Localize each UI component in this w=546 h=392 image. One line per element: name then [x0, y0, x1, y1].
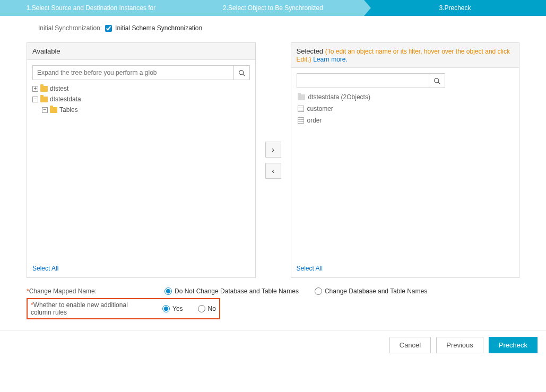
folder-icon	[50, 107, 57, 113]
table-icon	[298, 117, 304, 124]
selected-title: Selected	[297, 47, 324, 55]
selected-table-row[interactable]: order	[297, 115, 514, 126]
wizard-step-2[interactable]: 2.Select Object to Be Synchronized	[182, 0, 364, 16]
wizard-steps: 1.Select Source and Destination Instance…	[0, 0, 546, 16]
collapse-icon[interactable]: −	[32, 97, 38, 102]
selected-search	[297, 73, 445, 88]
rules-yes-text: Yes	[172, 305, 183, 312]
move-left-button[interactable]: ‹	[265, 163, 281, 179]
tree-node-label: dtstest	[50, 85, 68, 92]
additional-rules-label: Whether to enable new additional column …	[31, 301, 128, 316]
mapped-opt2-label[interactable]: Change Database and Table Names	[315, 288, 427, 295]
precheck-button[interactable]: Precheck	[489, 337, 538, 353]
mapped-opt1-label[interactable]: Do Not Change Database and Table Names	[164, 288, 299, 295]
selected-select-all-link[interactable]: Select All	[297, 265, 323, 272]
selected-panel-header: Selected (To edit an object name or its …	[291, 43, 519, 68]
selected-db-label: dtstestdata (2Objects)	[308, 93, 370, 101]
selected-search-input[interactable]	[297, 74, 429, 88]
selected-table-label: customer	[307, 105, 333, 112]
rules-no-text: No	[208, 305, 216, 312]
available-title: Available	[32, 47, 60, 55]
mapped-opt2-radio[interactable]	[315, 288, 322, 295]
move-right-button[interactable]: ›	[265, 142, 281, 158]
additional-rules-highlight: *Whether to enable new additional column…	[27, 298, 220, 319]
selected-list: dtstestdata (2Objects) customer order	[297, 91, 514, 126]
wizard-step-2-label: 2.Select Object to Be Synchronized	[223, 4, 323, 12]
mapped-opt1-text: Do Not Change Database and Table Names	[175, 288, 299, 295]
database-icon	[298, 94, 305, 100]
table-icon	[298, 106, 304, 112]
chevron-left-icon: ‹	[272, 167, 274, 175]
wizard-step-1[interactable]: 1.Select Source and Destination Instance…	[0, 0, 182, 16]
svg-line-1	[242, 74, 244, 75]
folder-icon	[40, 97, 48, 102]
initial-sync-row: Initial Synchronization: Initial Schema …	[27, 24, 519, 32]
rules-no-label[interactable]: No	[198, 305, 216, 312]
tree-node-dtstest[interactable]: + dtstest	[32, 83, 250, 94]
search-icon	[434, 77, 440, 84]
available-search-button[interactable]	[233, 66, 249, 80]
available-search	[32, 65, 250, 80]
expand-icon[interactable]: +	[32, 86, 38, 92]
selected-table-row[interactable]: customer	[297, 103, 514, 115]
initial-sync-label: Initial Synchronization:	[38, 24, 102, 32]
available-select-all-link[interactable]: Select All	[32, 265, 58, 272]
rules-yes-radio[interactable]	[162, 305, 170, 312]
available-panel-header: Available	[27, 43, 255, 60]
form-area: *Change Mapped Name: Do Not Change Datab…	[27, 284, 519, 319]
svg-point-0	[239, 70, 243, 74]
collapse-icon[interactable]: −	[42, 107, 48, 113]
tree-node-label: dtstestdata	[50, 95, 81, 103]
transfer-buttons: › ‹	[265, 42, 281, 278]
wizard-step-3-label: 3.Precheck	[439, 4, 471, 12]
footer: Cancel Previous Precheck	[0, 330, 546, 359]
initial-schema-sync-checkbox[interactable]	[105, 25, 112, 32]
selected-search-button[interactable]	[429, 74, 445, 88]
search-icon	[238, 69, 245, 76]
mapped-opt2-text: Change Database and Table Names	[325, 288, 427, 295]
svg-line-3	[438, 82, 439, 83]
tree-node-tables[interactable]: − Tables	[32, 104, 250, 115]
wizard-step-1-label: 1.Select Source and Destination Instance…	[27, 4, 155, 12]
rules-yes-label[interactable]: Yes	[162, 305, 183, 312]
tree-node-dtstestdata[interactable]: − dtstestdata	[32, 94, 250, 104]
tree-node-label: Tables	[59, 106, 78, 114]
wizard-step-3[interactable]: 3.Precheck	[364, 0, 546, 16]
cancel-button[interactable]: Cancel	[389, 337, 431, 353]
selected-db-row[interactable]: dtstestdata (2Objects)	[297, 91, 514, 103]
mapped-opt1-radio[interactable]	[164, 288, 172, 295]
mapped-name-label: Change Mapped Name:	[29, 288, 97, 295]
chevron-right-icon: ›	[272, 145, 274, 154]
folder-icon	[40, 86, 48, 92]
initial-schema-sync-text: Initial Schema Synchronization	[115, 24, 202, 32]
available-search-input[interactable]	[33, 66, 233, 80]
selected-table-label: order	[307, 117, 322, 124]
learn-more-link[interactable]: Learn more.	[313, 56, 348, 63]
mapped-name-row: *Change Mapped Name: Do Not Change Datab…	[27, 284, 519, 298]
available-panel: Available + dtstest −	[27, 42, 256, 278]
svg-point-2	[434, 78, 438, 82]
rules-no-radio[interactable]	[198, 305, 205, 312]
available-tree: + dtstest − dtstestdata − Tables	[32, 83, 250, 115]
selected-panel: Selected (To edit an object name or its …	[291, 42, 520, 278]
previous-button[interactable]: Previous	[436, 337, 483, 353]
